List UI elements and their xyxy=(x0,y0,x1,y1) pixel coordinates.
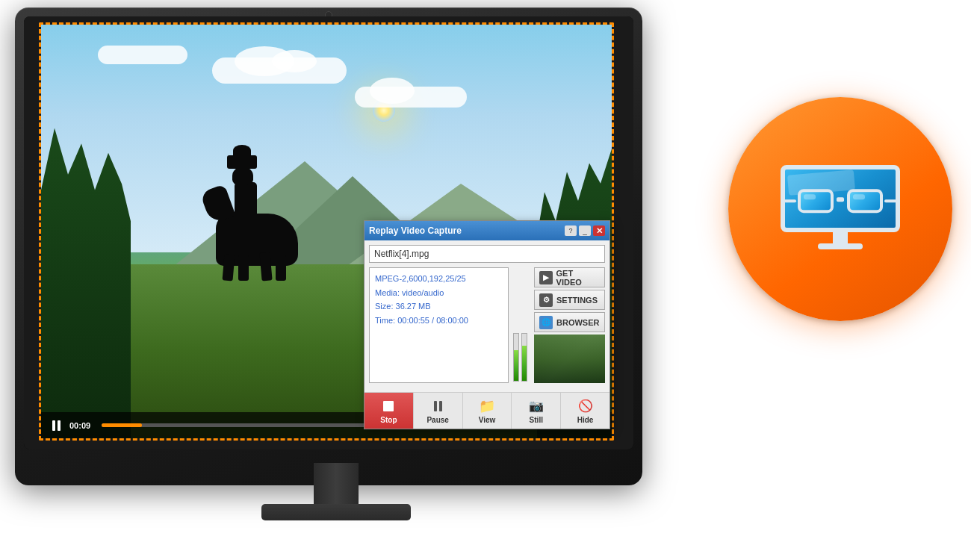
view-label: View xyxy=(479,416,496,424)
logo-arm-right xyxy=(884,199,896,202)
monitor-stand-base xyxy=(261,504,411,520)
cloud-2 xyxy=(355,87,467,108)
settings-button[interactable]: ⚙ SETTINGS xyxy=(534,290,605,310)
logo-monitor-screen xyxy=(781,165,900,232)
pause-bar-right xyxy=(58,420,61,431)
camera-icon: 📷 xyxy=(528,398,545,414)
video-time-display: 00:09 xyxy=(69,421,96,430)
pause-icon xyxy=(52,420,61,431)
minimize-button[interactable]: _ xyxy=(579,225,591,236)
pause-icon-shape xyxy=(434,401,442,411)
trees-left xyxy=(41,128,131,439)
video-thumbnail xyxy=(534,335,605,383)
browser-label: BROWSER xyxy=(556,318,599,327)
info-line-3: Size: 36.27 MB xyxy=(375,302,431,311)
stop-icon xyxy=(380,398,397,414)
logo-bridge xyxy=(837,197,844,202)
hide-icon: 🚫 xyxy=(577,398,594,414)
info-line-2: Media: video/audio xyxy=(375,288,444,297)
browser-button[interactable]: 🌐 BROWSER xyxy=(534,312,605,332)
pause-bar-left xyxy=(52,420,55,431)
title-controls: ? _ ✕ xyxy=(565,225,605,236)
audio-meters xyxy=(513,267,530,383)
dialog-titlebar: Replay Video Capture ? _ ✕ xyxy=(364,221,609,240)
logo-glasses xyxy=(798,189,883,213)
browser-icon: 🌐 xyxy=(539,316,553,329)
video-progress-fill xyxy=(102,423,142,427)
stop-square xyxy=(383,401,394,411)
info-line-1: MPEG-2,6000,192,25/25 xyxy=(375,274,466,283)
info-line-4: Time: 00:00:55 / 08:00:00 xyxy=(375,316,468,325)
logo-stand-base xyxy=(818,243,863,249)
meter-fill-left xyxy=(514,350,518,381)
settings-label: SETTINGS xyxy=(556,296,598,305)
toolbar: Stop Pause 📁 View 📷 Still 🚫 Hide xyxy=(364,392,609,429)
logo-monitor xyxy=(781,165,900,247)
rider-head xyxy=(232,167,253,185)
meter-bar-right xyxy=(521,333,527,382)
rvc-dialog: Replay Video Capture ? _ ✕ MPEG-2,6000,1… xyxy=(364,220,610,429)
help-button[interactable]: ? xyxy=(565,225,577,236)
pause-bar2-left xyxy=(434,401,437,411)
cloud-1 xyxy=(212,57,347,84)
horse-leg-4 xyxy=(276,255,286,281)
info-text: MPEG-2,6000,192,25/25 Media: video/audio… xyxy=(375,272,503,328)
pause-label: Pause xyxy=(426,416,448,424)
horse-rider-silhouette xyxy=(201,131,320,281)
logo-stand-neck xyxy=(833,232,848,243)
hide-label: Hide xyxy=(577,416,594,424)
monitor-stand-neck xyxy=(314,463,359,508)
info-row: MPEG-2,6000,192,25/25 Media: video/audio… xyxy=(369,267,605,383)
logo-lens-right xyxy=(847,189,883,213)
get-video-icon: ▶ xyxy=(539,271,553,284)
app-logo xyxy=(728,97,952,321)
cloud-3 xyxy=(98,46,187,64)
horse-leg-3 xyxy=(259,252,272,281)
video-pause-button[interactable] xyxy=(49,418,63,433)
still-label: Still xyxy=(530,416,543,424)
still-button[interactable]: 📷 Still xyxy=(512,393,561,429)
stop-button[interactable]: Stop xyxy=(364,393,414,429)
app-logo-inner xyxy=(781,165,900,253)
meter-fill-right xyxy=(522,346,527,381)
logo-lens-left xyxy=(798,189,834,213)
folder-icon: 📁 xyxy=(479,398,495,414)
filename-input[interactable] xyxy=(369,245,605,263)
settings-icon: ⚙ xyxy=(539,293,553,307)
thumbnail-inner xyxy=(534,335,605,383)
get-video-label: GET VIDEO xyxy=(556,269,600,287)
meter-bar-left xyxy=(513,333,519,382)
hide-button[interactable]: 🚫 Hide xyxy=(561,393,609,429)
logo-arm-left xyxy=(784,199,796,202)
close-button[interactable]: ✕ xyxy=(593,225,605,236)
get-video-button[interactable]: ▶ GET VIDEO xyxy=(534,267,605,287)
pause-bar2-right xyxy=(439,401,442,411)
horse-leg-1 xyxy=(222,255,235,281)
side-buttons: ▶ GET VIDEO ⚙ SETTINGS 🌐 BROWSER xyxy=(534,267,605,383)
horse-leg-2 xyxy=(238,255,249,281)
info-box: MPEG-2,6000,192,25/25 Media: video/audio… xyxy=(369,267,509,383)
dialog-content: MPEG-2,6000,192,25/25 Media: video/audio… xyxy=(364,240,609,392)
pause-button[interactable]: Pause xyxy=(414,393,463,429)
stop-label: Stop xyxy=(380,416,397,424)
rider-hat xyxy=(227,155,257,169)
rider-body xyxy=(235,182,257,220)
view-button[interactable]: 📁 View xyxy=(463,393,512,429)
dialog-title: Replay Video Capture xyxy=(369,225,462,236)
pause-icon-toolbar xyxy=(429,398,446,414)
